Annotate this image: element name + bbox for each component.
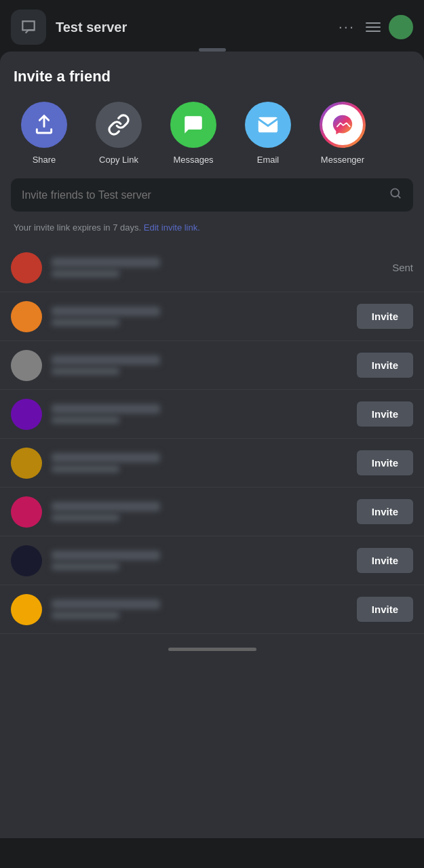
- share-button[interactable]: Share: [7, 102, 81, 165]
- messages-button[interactable]: Messages: [156, 102, 231, 165]
- friend-name: [52, 355, 160, 365]
- friend-name: [52, 551, 160, 560]
- email-button[interactable]: Email: [231, 102, 305, 165]
- friend-status: [52, 612, 119, 619]
- friend-item: Invite: [0, 488, 424, 536]
- messenger-icon: [320, 102, 366, 148]
- friend-info: [52, 599, 347, 619]
- email-icon: [245, 102, 291, 148]
- email-label: Email: [257, 155, 280, 165]
- friend-name: [52, 453, 160, 462]
- top-bar: Test server ···: [0, 0, 424, 52]
- search-icon: [389, 186, 402, 203]
- invite-button[interactable]: Invite: [357, 548, 413, 573]
- sent-label: Sent: [392, 262, 413, 273]
- messenger-label: Messenger: [321, 155, 364, 165]
- messenger-button[interactable]: Messenger: [305, 102, 380, 165]
- friend-status: [52, 270, 119, 277]
- more-options[interactable]: ···: [339, 18, 355, 36]
- friend-info: [52, 404, 347, 424]
- invite-button[interactable]: Invite: [357, 401, 413, 427]
- copy-link-button[interactable]: Copy Link: [81, 102, 156, 165]
- drag-handle: [199, 48, 226, 52]
- friend-status: [52, 563, 119, 570]
- friend-item: Invite: [0, 439, 424, 488]
- friend-info: [52, 551, 347, 570]
- avatar: [11, 252, 42, 283]
- avatar: [11, 545, 42, 576]
- avatar: [11, 448, 42, 479]
- share-label: Share: [33, 155, 56, 165]
- invite-button[interactable]: Invite: [357, 353, 413, 378]
- friend-name: [52, 258, 160, 267]
- chat-icon: [11, 9, 46, 45]
- share-icon: [21, 102, 67, 148]
- avatar[interactable]: [389, 15, 413, 39]
- friend-item: Invite: [0, 292, 424, 341]
- friend-item: Invite: [0, 390, 424, 439]
- friend-status: [52, 319, 119, 326]
- server-title: Test server: [56, 20, 339, 35]
- friend-item: Invite: [0, 341, 424, 390]
- invite-notice: Your invite link expires in 7 days. Edit…: [0, 217, 424, 243]
- friend-name: [52, 404, 160, 414]
- search-input[interactable]: [22, 189, 382, 201]
- friend-status: [52, 416, 119, 424]
- friend-info: [52, 502, 347, 521]
- avatar: [11, 496, 42, 528]
- avatar: [11, 594, 42, 625]
- friend-item: Sent: [0, 243, 424, 292]
- avatar: [11, 399, 42, 430]
- friend-status: [52, 514, 119, 521]
- invite-button[interactable]: Invite: [357, 597, 413, 622]
- copy-link-label: Copy Link: [99, 155, 138, 165]
- bottom-sheet: Invite a friend Share Copy Link: [0, 52, 424, 838]
- invite-button[interactable]: Invite: [357, 499, 413, 524]
- friend-status: [52, 368, 119, 375]
- friend-info: [52, 355, 347, 375]
- menu-icon[interactable]: [366, 22, 381, 32]
- friend-name: [52, 599, 160, 609]
- friend-status: [52, 465, 119, 473]
- copy-link-icon: [96, 102, 142, 148]
- search-box: [11, 178, 413, 212]
- friend-item: Invite: [0, 585, 424, 634]
- invite-button[interactable]: Invite: [357, 450, 413, 475]
- friend-info: [52, 258, 383, 277]
- friend-info: [52, 453, 347, 473]
- friend-item: Invite: [0, 536, 424, 585]
- sheet-title: Invite a friend: [0, 52, 424, 96]
- invite-button[interactable]: Invite: [357, 304, 413, 329]
- share-row: Share Copy Link Messages: [0, 96, 424, 178]
- avatar: [11, 301, 42, 332]
- messages-icon: [170, 102, 216, 148]
- friend-list: Sent Invite Invite: [0, 243, 424, 634]
- messages-label: Messages: [173, 155, 213, 165]
- friend-name: [52, 307, 160, 316]
- friend-info: [52, 307, 347, 326]
- bottom-handle: [168, 648, 256, 651]
- avatar: [11, 350, 42, 381]
- friend-name: [52, 502, 160, 511]
- edit-invite-link[interactable]: Edit invite link.: [144, 222, 200, 233]
- search-container: [11, 178, 413, 212]
